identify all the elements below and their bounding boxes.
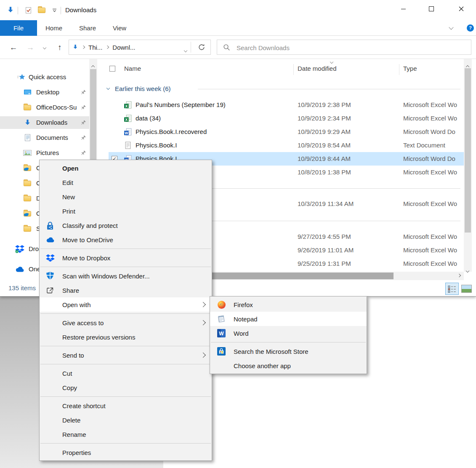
filelist-scrollbar[interactable] [464, 59, 472, 272]
close-button[interactable] [452, 0, 471, 18]
menu-item-move-to-dropbox[interactable]: Move to Dropbox [40, 251, 212, 265]
menu-item-share[interactable]: Share [40, 283, 212, 297]
svg-text:W: W [219, 331, 224, 337]
scrollbar-thumb[interactable] [90, 69, 96, 168]
breadcrumb-this-pc[interactable]: Thi... [88, 44, 102, 51]
select-all-checkbox[interactable] [109, 66, 115, 72]
help-icon[interactable] [467, 24, 474, 32]
menu-item-move-to-onedrive[interactable]: Move to OneDrive [40, 233, 212, 247]
divider [399, 64, 399, 75]
menu-separator [211, 342, 366, 342]
menu-item-delete[interactable]: Delete [40, 413, 212, 427]
minimize-icon [401, 9, 406, 9]
folder-icon [23, 194, 32, 203]
breadcrumb-downloads[interactable]: Downl... [112, 44, 135, 51]
file-row[interactable]: W Physics.Book.I.recovered 10/9/2019 9:2… [101, 125, 464, 139]
file-row[interactable]: Physics.Book.I 10/9/2019 8:54 AM Text Do… [101, 139, 464, 152]
sidebar-item-pictures[interactable]: Pictures [0, 147, 89, 159]
menu-item-edit[interactable]: Edit [40, 175, 212, 190]
collapse-group-icon[interactable] [106, 86, 110, 90]
submenu-arrow-icon [200, 302, 206, 308]
submenu-item-word[interactable]: W Word [210, 326, 367, 340]
sidebar-item-officedocs[interactable]: OfficeDocs-Su [0, 101, 89, 114]
back-icon[interactable]: ← [8, 36, 19, 59]
search-box [217, 40, 471, 55]
tab-home[interactable]: Home [42, 20, 66, 36]
svg-text:X: X [125, 118, 128, 122]
menu-item-send-to[interactable]: Send to [40, 348, 212, 362]
forward-icon[interactable]: → [24, 36, 36, 59]
sidebar-item-downloads[interactable]: Downloads [0, 116, 89, 129]
pin-icon[interactable] [80, 104, 86, 110]
scrollbar-thumb[interactable] [465, 68, 471, 233]
details-view-button[interactable] [445, 283, 459, 295]
collapse-ribbon-icon[interactable] [449, 25, 453, 29]
submenu-item-search-microsoft-store[interactable]: Search the Microsoft Store [210, 344, 367, 358]
menu-item-properties[interactable]: Properties [40, 445, 212, 460]
menu-separator [40, 313, 211, 314]
address-dropdown-icon[interactable] [184, 46, 187, 53]
pin-icon[interactable] [80, 120, 86, 125]
minimize-button[interactable] [394, 0, 413, 18]
menu-item-open-with[interactable]: Open with [40, 297, 212, 312]
recent-locations-icon[interactable] [40, 36, 49, 59]
menu-item-create-shortcut[interactable]: Create shortcut [40, 398, 212, 413]
submenu-item-firefox[interactable]: Firefox [210, 297, 367, 312]
downloads-location-icon [72, 44, 78, 50]
word-app-icon: W [215, 328, 227, 338]
refresh-icon[interactable] [198, 43, 206, 52]
new-folder-icon[interactable] [37, 5, 46, 15]
tab-share[interactable]: Share [76, 20, 99, 36]
divider [191, 42, 191, 53]
sidebar-item-documents[interactable]: Documents [0, 131, 89, 144]
menu-item-classify-and-protect[interactable]: Classify and protect [40, 218, 212, 233]
context-menu: Open Edit New Print Classify and protect… [39, 160, 212, 461]
up-icon[interactable]: ↑ [54, 36, 66, 59]
microsoft-store-icon [215, 346, 227, 356]
menu-item-scan-with-windows-defender[interactable]: Scan with Windows Defender... [40, 269, 212, 283]
sidebar-item-desktop[interactable]: Desktop [0, 86, 89, 99]
column-header-date-modified[interactable]: Date modified [298, 62, 337, 75]
menu-item-cut[interactable]: Cut [40, 366, 212, 380]
column-header-name[interactable]: Name [124, 62, 141, 75]
search-input[interactable] [236, 41, 465, 54]
scroll-right-icon[interactable] [457, 274, 461, 277]
menu-item-give-access-to[interactable]: Give access to [40, 316, 212, 330]
pin-icon[interactable] [80, 89, 86, 95]
menu-item-open[interactable]: Open [40, 161, 212, 175]
onedrive-cloud-icon [15, 265, 24, 273]
sidebar-item-quick-access[interactable]: Quick access [0, 71, 89, 83]
classify-protect-lock-icon [44, 220, 56, 230]
properties-check-icon[interactable] [24, 5, 33, 15]
open-with-submenu: Firefox Notepad W Word Search the Micros… [210, 296, 367, 374]
maximize-button[interactable] [422, 0, 441, 18]
menu-separator [40, 443, 211, 444]
pin-icon[interactable] [80, 150, 86, 155]
submenu-arrow-icon [200, 353, 206, 358]
menu-item-copy[interactable]: Copy [40, 380, 212, 395]
submenu-item-choose-another-app[interactable]: Choose another app [210, 358, 367, 373]
divider [61, 7, 61, 14]
group-divider [198, 89, 460, 89]
group-header-earlier-this-week[interactable]: Earlier this week (6) [101, 83, 464, 94]
thumbnail-view-button[interactable] [461, 285, 472, 293]
menu-item-rename[interactable]: Rename [40, 427, 212, 441]
menu-item-restore-previous-versions[interactable]: Restore previous versions [40, 330, 212, 344]
dropbox-icon [15, 245, 24, 253]
text-file-icon [124, 142, 132, 149]
tab-file[interactable]: File [0, 20, 37, 36]
pin-icon[interactable] [80, 135, 86, 140]
menu-item-new[interactable]: New [40, 190, 212, 204]
folder-icon [23, 103, 32, 112]
file-row[interactable]: X data (34) 10/9/2019 2:34 PM Microsoft … [101, 112, 464, 125]
downloads-folder-icon[interactable] [6, 5, 15, 15]
column-headers: Name Date modified Type [101, 62, 464, 75]
breadcrumb-separator-icon [82, 45, 85, 49]
file-row[interactable]: X Paul's Numbers (September 19) 10/9/201… [101, 98, 464, 112]
submenu-item-notepad[interactable]: Notepad [210, 312, 367, 326]
customize-toolbar-icon[interactable] [50, 5, 59, 15]
tab-view[interactable]: View [109, 20, 130, 36]
menu-item-print[interactable]: Print [40, 204, 212, 218]
column-header-type[interactable]: Type [403, 62, 417, 75]
address-bar[interactable]: Thi... Downl... [69, 40, 211, 55]
